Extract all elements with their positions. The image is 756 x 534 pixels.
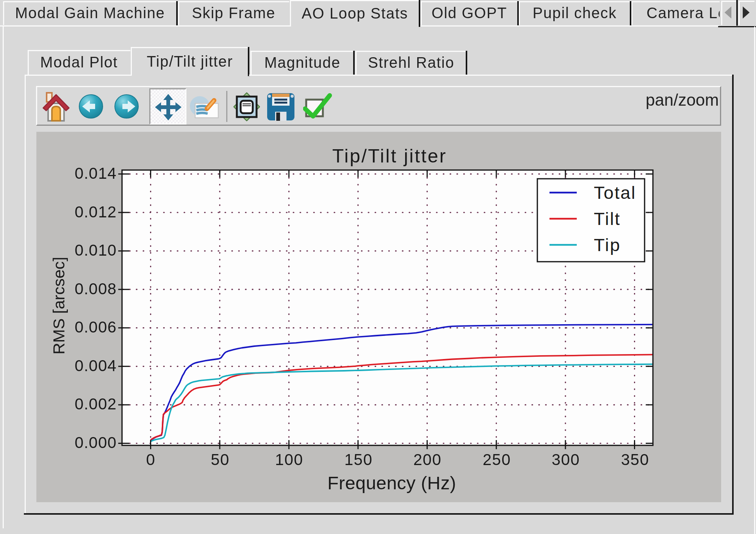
svg-text:0.008: 0.008	[75, 280, 117, 298]
svg-text:0.012: 0.012	[75, 203, 117, 221]
svg-text:100: 100	[275, 451, 304, 468]
svg-text:250: 250	[483, 451, 511, 468]
svg-text:350: 350	[621, 451, 650, 468]
svg-text:RMS [arcsec]: RMS [arcsec]	[50, 257, 68, 354]
svg-text:0: 0	[146, 451, 156, 468]
svg-text:Frequency (Hz): Frequency (Hz)	[327, 473, 456, 493]
svg-text:200: 200	[413, 451, 442, 468]
svg-text:0.010: 0.010	[75, 241, 117, 259]
svg-text:0.000: 0.000	[75, 434, 117, 451]
svg-text:300: 300	[552, 451, 580, 468]
svg-text:150: 150	[344, 451, 373, 468]
svg-text:0.014: 0.014	[75, 164, 117, 182]
svg-text:Tip: Tip	[594, 235, 621, 255]
svg-text:50: 50	[211, 451, 230, 468]
svg-text:Tilt: Tilt	[594, 209, 621, 229]
svg-text:0.004: 0.004	[75, 357, 117, 375]
svg-text:Total: Total	[594, 183, 636, 203]
svg-text:0.002: 0.002	[75, 395, 117, 413]
svg-text:Tip/Tilt jitter: Tip/Tilt jitter	[332, 145, 447, 167]
svg-text:0.006: 0.006	[75, 318, 117, 336]
